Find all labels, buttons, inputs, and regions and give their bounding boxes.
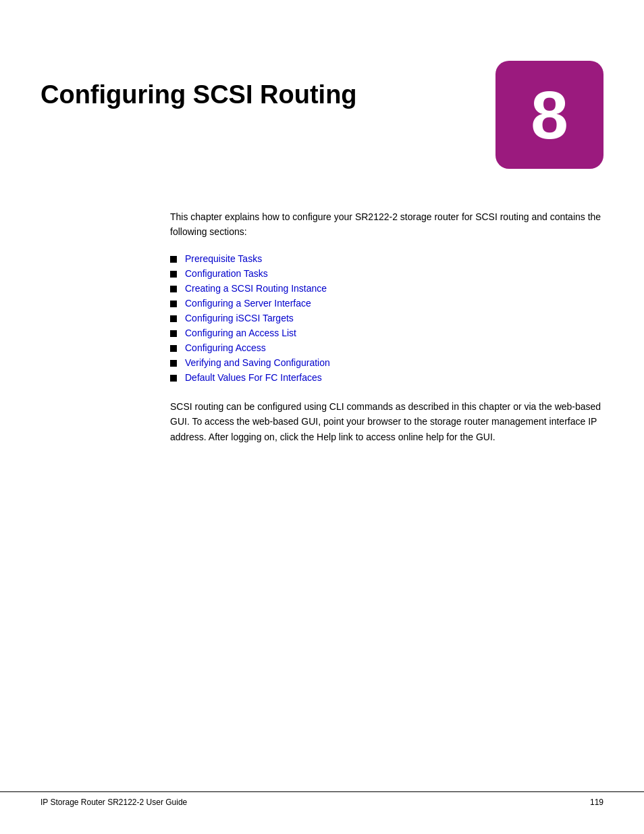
list-item: Creating a SCSI Routing Instance: [170, 283, 603, 294]
list-item: Verifying and Saving Configuration: [170, 357, 603, 368]
toc-list: Prerequisite Tasks Configuration Tasks C…: [170, 253, 603, 383]
footer-page-number: 119: [590, 798, 603, 807]
body-paragraph: SCSI routing can be configured using CLI…: [170, 399, 603, 444]
page-container: Configuring SCSI Routing 8 This chapter …: [0, 0, 644, 834]
bullet-icon: [170, 360, 177, 367]
bullet-icon: [170, 301, 177, 307]
list-item: Configuring an Access List: [170, 328, 603, 338]
bullet-icon: [170, 375, 177, 382]
list-item: Configuring iSCSI Targets: [170, 313, 603, 323]
bullet-icon: [170, 315, 177, 322]
toc-link-prerequisite-tasks[interactable]: Prerequisite Tasks: [185, 253, 262, 264]
toc-link-creating-scsi-routing[interactable]: Creating a SCSI Routing Instance: [185, 283, 327, 294]
bullet-icon: [170, 271, 177, 278]
toc-link-configuring-access[interactable]: Configuring Access: [185, 342, 266, 353]
bullet-icon: [170, 256, 177, 263]
intro-paragraph: This chapter explains how to configure y…: [170, 209, 603, 240]
content-area: This chapter explains how to configure y…: [0, 196, 644, 485]
toc-link-configuring-access-list[interactable]: Configuring an Access List: [185, 328, 296, 338]
list-item: Default Values For FC Interfaces: [170, 372, 603, 383]
list-item: Configuration Tasks: [170, 268, 603, 279]
footer-left: IP Storage Router SR2122-2 User Guide: [41, 798, 187, 807]
list-item: Prerequisite Tasks: [170, 253, 603, 264]
bullet-icon: [170, 286, 177, 292]
toc-link-verifying-saving[interactable]: Verifying and Saving Configuration: [185, 357, 330, 368]
toc-link-default-values-fc[interactable]: Default Values For FC Interfaces: [185, 372, 322, 383]
header-area: Configuring SCSI Routing 8: [0, 0, 644, 196]
chapter-badge: 8: [495, 61, 603, 169]
bullet-icon: [170, 345, 177, 352]
footer: IP Storage Router SR2122-2 User Guide 11…: [0, 791, 644, 807]
chapter-title: Configuring SCSI Routing: [41, 81, 357, 109]
toc-link-configuration-tasks[interactable]: Configuration Tasks: [185, 268, 268, 279]
bullet-icon: [170, 330, 177, 337]
chapter-number: 8: [531, 81, 568, 149]
list-item: Configuring a Server Interface: [170, 298, 603, 309]
toc-link-configuring-server-interface[interactable]: Configuring a Server Interface: [185, 298, 311, 309]
toc-link-configuring-iscsi-targets[interactable]: Configuring iSCSI Targets: [185, 313, 294, 323]
list-item: Configuring Access: [170, 342, 603, 353]
